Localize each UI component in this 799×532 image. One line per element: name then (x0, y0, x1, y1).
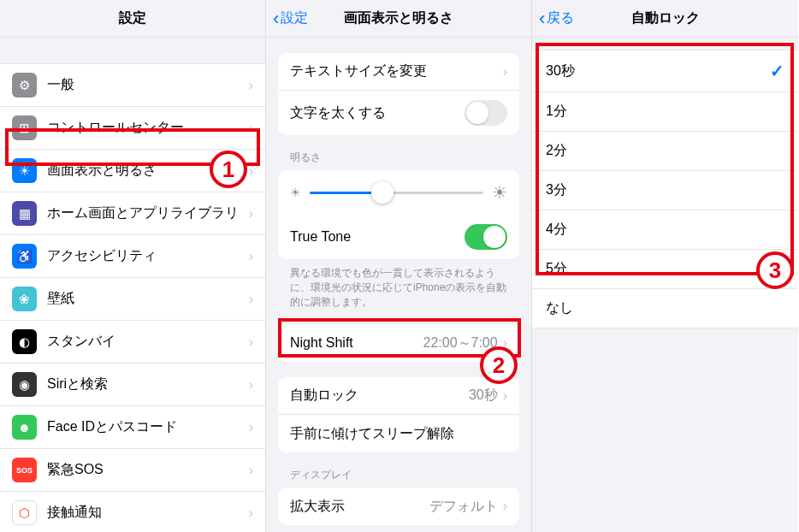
settings-row-item9[interactable]: SOS緊急SOS› (0, 449, 265, 492)
panel2-header: ‹ 設定 画面表示と明るさ (266, 0, 531, 38)
item3-icon: ▦ (12, 201, 37, 226)
text-size-label: テキストサイズを変更 (290, 62, 503, 80)
badge-3: 3 (756, 251, 794, 289)
true-tone-row[interactable]: True Tone (278, 215, 519, 259)
chevron-right-icon: › (249, 78, 253, 93)
brightness-section-label: 明るさ (266, 135, 531, 170)
chevron-left-icon: ‹ (273, 8, 279, 30)
night-shift-label: Night Shift (290, 335, 423, 351)
settings-row-item10[interactable]: ⬡接触通知› (0, 492, 265, 532)
zoom-label: 拡大表示 (290, 498, 429, 516)
row-label: 接触通知 (47, 504, 249, 522)
zoom-desc: iPhoneの表示を選択します。"文字を拡大" ではコントロールが拡大表示されま… (266, 525, 531, 532)
row-label: 壁紙 (47, 290, 249, 308)
row-label: ホーム画面とアプリライブラリ (47, 204, 249, 222)
settings-row-item0[interactable]: ⚙一般› (0, 64, 265, 107)
auto-lock-value: 30秒 (469, 387, 498, 405)
row-label: Siriと検索 (47, 375, 249, 393)
autolock-option-3[interactable]: 3分 (532, 171, 798, 210)
chevron-right-icon: › (249, 505, 253, 521)
back-label: 戻る (547, 9, 574, 27)
back-button[interactable]: ‹ 戻る (539, 8, 574, 30)
zoom-value: デフォルト (429, 498, 498, 516)
auto-lock-panel: ‹ 戻る 自動ロック 30秒✓1分2分3分4分5分なし 3 (532, 0, 798, 532)
item2-icon: ☀ (12, 158, 37, 183)
chevron-right-icon: › (249, 206, 253, 222)
auto-lock-row[interactable]: 自動ロック 30秒 › (278, 377, 519, 415)
row-label: Face IDとパスコード (47, 418, 249, 436)
bold-text-toggle[interactable] (465, 100, 507, 126)
row-label: 緊急SOS (47, 461, 249, 479)
panel3-header: ‹ 戻る 自動ロック (532, 0, 798, 38)
settings-row-item4[interactable]: ♿アクセシビリティ› (0, 235, 265, 278)
item0-icon: ⚙ (12, 73, 37, 98)
item4-icon: ♿ (12, 244, 37, 269)
autolock-option-0[interactable]: 30秒✓ (532, 50, 798, 92)
chevron-right-icon: › (249, 292, 253, 307)
panel2-content[interactable]: テキストサイズを変更 › 文字を太くする 明るさ ☀ ☀ True Tone (266, 38, 531, 532)
panel3-content[interactable]: 30秒✓1分2分3分4分5分なし (532, 38, 798, 532)
settings-row-item5[interactable]: ❀壁紙› (0, 278, 265, 321)
chevron-right-icon: › (249, 463, 253, 478)
sun-large-icon: ☀ (492, 182, 507, 203)
panel3-title: 自動ロック (631, 9, 700, 27)
autolock-option-2[interactable]: 2分 (532, 132, 798, 171)
chevron-right-icon: › (249, 121, 253, 136)
panel1-header: 設定 (0, 0, 265, 38)
autolock-option-1[interactable]: 1分 (532, 92, 798, 132)
checkmark-icon: ✓ (770, 61, 784, 81)
settings-row-item6[interactable]: ◐スタンバイ› (0, 321, 265, 364)
option-label: 5分 (546, 260, 784, 278)
option-label: なし (546, 299, 784, 317)
badge-2: 2 (480, 346, 518, 384)
panel2-title: 画面表示と明るさ (344, 9, 453, 27)
chevron-right-icon: › (503, 64, 507, 80)
chevron-right-icon: › (249, 334, 253, 350)
row-label: アクセシビリティ (47, 247, 249, 265)
option-label: 1分 (546, 103, 784, 121)
chevron-right-icon: › (249, 163, 253, 179)
settings-row-item7[interactable]: ◉Siriと検索› (0, 364, 265, 406)
true-tone-desc: 異なる環境でも色が一貫して表示されるように、環境光の状況に応じてiPhoneの表… (266, 259, 531, 309)
chevron-right-icon: › (503, 499, 507, 514)
chevron-right-icon: › (503, 388, 507, 404)
raise-to-wake-row[interactable]: 手前に傾けてスリープ解除 (278, 415, 519, 452)
bold-text-row[interactable]: 文字を太くする (278, 91, 519, 135)
option-label: 2分 (546, 142, 784, 160)
item7-icon: ◉ (12, 372, 37, 397)
option-label: 3分 (546, 181, 784, 199)
autolock-option-4[interactable]: 4分 (532, 210, 798, 250)
brightness-slider[interactable] (310, 192, 483, 194)
chevron-right-icon: › (249, 377, 253, 393)
brightness-slider-row: ☀ ☀ (278, 170, 519, 215)
item10-icon: ⬡ (12, 500, 37, 525)
chevron-right-icon: › (249, 420, 253, 435)
bold-text-label: 文字を太くする (290, 104, 465, 122)
autolock-option-6[interactable]: なし (532, 289, 798, 328)
chevron-left-icon: ‹ (539, 8, 545, 30)
raise-to-wake-label: 手前に傾けてスリープ解除 (290, 425, 507, 443)
true-tone-toggle[interactable] (465, 224, 507, 250)
badge-1: 1 (210, 151, 247, 188)
settings-row-item3[interactable]: ▦ホーム画面とアプリライブラリ› (0, 192, 265, 235)
item1-icon: ⊞ (12, 115, 37, 140)
zoom-row[interactable]: 拡大表示 デフォルト › (278, 488, 519, 525)
item9-icon: SOS (12, 458, 37, 482)
auto-lock-label: 自動ロック (290, 387, 469, 405)
settings-row-item1[interactable]: ⊞コントロールセンター› (0, 107, 265, 150)
item6-icon: ◐ (12, 329, 37, 354)
row-label: 一般 (47, 76, 249, 94)
item5-icon: ❀ (12, 287, 37, 311)
panel1-title: 設定 (119, 9, 146, 27)
text-size-row[interactable]: テキストサイズを変更 › (278, 53, 519, 91)
option-label: 30秒 (546, 62, 770, 80)
true-tone-label: True Tone (290, 229, 465, 245)
row-label: コントロールセンター (47, 119, 249, 137)
settings-row-item8[interactable]: ☻Face IDとパスコード› (0, 406, 265, 449)
item8-icon: ☻ (12, 415, 37, 440)
chevron-right-icon: › (249, 249, 253, 264)
row-label: スタンバイ (47, 333, 249, 351)
back-button-settings[interactable]: ‹ 設定 (273, 8, 308, 30)
panel1-content[interactable]: ⚙一般›⊞コントロールセンター›☀画面表示と明るさ›▦ホーム画面とアプリライブラ… (0, 38, 265, 532)
display-brightness-panel: ‹ 設定 画面表示と明るさ テキストサイズを変更 › 文字を太くする 明るさ ☀ (266, 0, 532, 532)
